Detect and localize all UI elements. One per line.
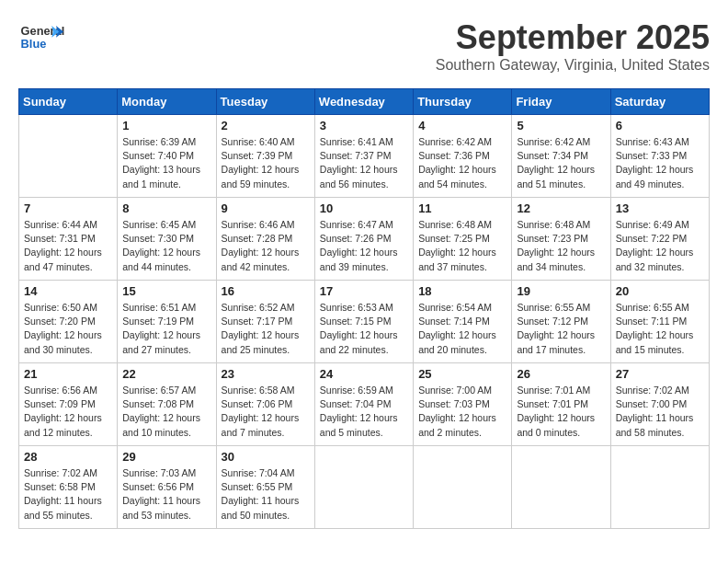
calendar-body: 1Sunrise: 6:39 AMSunset: 7:40 PMDaylight… (19, 115, 710, 529)
day-info: Sunrise: 6:55 AMSunset: 7:11 PMDaylight:… (616, 301, 704, 357)
day-number: 12 (517, 201, 605, 215)
day-info: Sunrise: 6:54 AMSunset: 7:14 PMDaylight:… (418, 301, 506, 357)
day-info: Sunrise: 6:56 AMSunset: 7:09 PMDaylight:… (24, 384, 112, 440)
weekday-header-wednesday: Wednesday (314, 89, 413, 115)
title-block: September 2025 Southern Gateway, Virgini… (436, 18, 710, 74)
day-info: Sunrise: 6:49 AMSunset: 7:22 PMDaylight:… (616, 218, 704, 274)
weekday-header-tuesday: Tuesday (216, 89, 314, 115)
day-number: 26 (517, 367, 605, 381)
calendar-cell: 9Sunrise: 6:46 AMSunset: 7:28 PMDaylight… (216, 198, 314, 281)
day-info: Sunrise: 6:42 AMSunset: 7:34 PMDaylight:… (517, 135, 605, 191)
day-number: 21 (24, 367, 112, 381)
calendar-cell: 7Sunrise: 6:44 AMSunset: 7:31 PMDaylight… (19, 198, 118, 281)
calendar-table: SundayMondayTuesdayWednesdayThursdayFrid… (18, 88, 710, 529)
day-number: 9 (222, 201, 310, 215)
calendar-cell: 23Sunrise: 6:58 AMSunset: 7:06 PMDayligh… (216, 363, 314, 446)
calendar-cell: 21Sunrise: 6:56 AMSunset: 7:09 PMDayligh… (19, 363, 118, 446)
calendar-header: SundayMondayTuesdayWednesdayThursdayFrid… (19, 89, 710, 115)
day-number: 28 (24, 450, 112, 464)
calendar-cell (512, 446, 610, 529)
calendar-cell (314, 446, 413, 529)
calendar-cell: 22Sunrise: 6:57 AMSunset: 7:08 PMDayligh… (118, 363, 216, 446)
logo-icon: General Blue (18, 18, 64, 55)
weekday-header-row: SundayMondayTuesdayWednesdayThursdayFrid… (19, 89, 710, 115)
day-number: 3 (320, 119, 408, 132)
day-number: 29 (122, 450, 210, 464)
day-number: 6 (616, 119, 704, 132)
calendar-cell: 3Sunrise: 6:41 AMSunset: 7:37 PMDaylight… (314, 115, 413, 198)
day-number: 14 (24, 284, 112, 298)
day-info: Sunrise: 6:52 AMSunset: 7:17 PMDaylight:… (222, 301, 310, 357)
day-number: 19 (517, 284, 605, 298)
calendar-cell: 26Sunrise: 7:01 AMSunset: 7:01 PMDayligh… (512, 363, 610, 446)
day-info: Sunrise: 6:57 AMSunset: 7:08 PMDaylight:… (122, 384, 210, 440)
day-info: Sunrise: 6:42 AMSunset: 7:36 PMDaylight:… (418, 135, 506, 191)
calendar-week-3: 14Sunrise: 6:50 AMSunset: 7:20 PMDayligh… (19, 281, 710, 363)
day-number: 13 (616, 201, 704, 215)
day-info: Sunrise: 6:41 AMSunset: 7:37 PMDaylight:… (320, 135, 408, 191)
day-info: Sunrise: 6:40 AMSunset: 7:39 PMDaylight:… (222, 135, 310, 191)
day-number: 11 (418, 201, 506, 215)
calendar-cell: 1Sunrise: 6:39 AMSunset: 7:40 PMDaylight… (118, 115, 216, 198)
day-info: Sunrise: 6:43 AMSunset: 7:33 PMDaylight:… (616, 135, 704, 191)
day-info: Sunrise: 6:39 AMSunset: 7:40 PMDaylight:… (122, 135, 210, 191)
calendar-cell: 28Sunrise: 7:02 AMSunset: 6:58 PMDayligh… (19, 446, 118, 529)
logo: General Blue (18, 18, 64, 55)
calendar-cell: 2Sunrise: 6:40 AMSunset: 7:39 PMDaylight… (216, 115, 314, 198)
calendar-cell: 15Sunrise: 6:51 AMSunset: 7:19 PMDayligh… (118, 281, 216, 363)
day-info: Sunrise: 6:47 AMSunset: 7:26 PMDaylight:… (320, 218, 408, 274)
calendar-week-1: 1Sunrise: 6:39 AMSunset: 7:40 PMDaylight… (19, 115, 710, 198)
calendar-week-4: 21Sunrise: 6:56 AMSunset: 7:09 PMDayligh… (19, 363, 710, 446)
day-number: 4 (418, 119, 506, 132)
day-number: 23 (222, 367, 310, 381)
day-info: Sunrise: 6:51 AMSunset: 7:19 PMDaylight:… (122, 301, 210, 357)
weekday-header-sunday: Sunday (19, 89, 118, 115)
day-info: Sunrise: 7:03 AMSunset: 6:56 PMDaylight:… (122, 466, 210, 523)
day-info: Sunrise: 7:01 AMSunset: 7:01 PMDaylight:… (517, 384, 605, 440)
day-number: 30 (222, 450, 310, 464)
weekday-header-saturday: Saturday (610, 89, 709, 115)
calendar-cell: 17Sunrise: 6:53 AMSunset: 7:15 PMDayligh… (314, 281, 413, 363)
calendar-cell: 14Sunrise: 6:50 AMSunset: 7:20 PMDayligh… (19, 281, 118, 363)
day-info: Sunrise: 7:04 AMSunset: 6:55 PMDaylight:… (222, 466, 310, 523)
weekday-header-thursday: Thursday (414, 89, 512, 115)
day-number: 5 (517, 119, 605, 132)
calendar-cell: 12Sunrise: 6:48 AMSunset: 7:23 PMDayligh… (512, 198, 610, 281)
day-info: Sunrise: 6:50 AMSunset: 7:20 PMDaylight:… (24, 301, 112, 357)
calendar-cell: 4Sunrise: 6:42 AMSunset: 7:36 PMDaylight… (414, 115, 512, 198)
day-info: Sunrise: 6:55 AMSunset: 7:12 PMDaylight:… (517, 301, 605, 357)
calendar-cell (414, 446, 512, 529)
calendar-week-5: 28Sunrise: 7:02 AMSunset: 6:58 PMDayligh… (19, 446, 710, 529)
day-info: Sunrise: 6:44 AMSunset: 7:31 PMDaylight:… (24, 218, 112, 274)
calendar-cell: 16Sunrise: 6:52 AMSunset: 7:17 PMDayligh… (216, 281, 314, 363)
calendar-week-2: 7Sunrise: 6:44 AMSunset: 7:31 PMDaylight… (19, 198, 710, 281)
calendar-cell: 8Sunrise: 6:45 AMSunset: 7:30 PMDaylight… (118, 198, 216, 281)
day-info: Sunrise: 7:02 AMSunset: 7:00 PMDaylight:… (616, 384, 704, 440)
day-number: 8 (122, 201, 210, 215)
day-number: 10 (320, 201, 408, 215)
weekday-header-friday: Friday (512, 89, 610, 115)
calendar-cell: 6Sunrise: 6:43 AMSunset: 7:33 PMDaylight… (610, 115, 709, 198)
calendar-cell: 20Sunrise: 6:55 AMSunset: 7:11 PMDayligh… (610, 281, 709, 363)
svg-text:Blue: Blue (21, 37, 47, 51)
day-info: Sunrise: 6:45 AMSunset: 7:30 PMDaylight:… (122, 218, 210, 274)
month-title: September 2025 (436, 18, 710, 57)
calendar-cell: 25Sunrise: 7:00 AMSunset: 7:03 PMDayligh… (414, 363, 512, 446)
day-number: 15 (122, 284, 210, 298)
calendar-cell (610, 446, 709, 529)
location-subtitle: Southern Gateway, Virginia, United State… (436, 57, 710, 74)
day-info: Sunrise: 7:00 AMSunset: 7:03 PMDaylight:… (418, 384, 506, 440)
calendar-cell: 11Sunrise: 6:48 AMSunset: 7:25 PMDayligh… (414, 198, 512, 281)
calendar-cell: 5Sunrise: 6:42 AMSunset: 7:34 PMDaylight… (512, 115, 610, 198)
calendar-cell: 18Sunrise: 6:54 AMSunset: 7:14 PMDayligh… (414, 281, 512, 363)
day-info: Sunrise: 6:58 AMSunset: 7:06 PMDaylight:… (222, 384, 310, 440)
day-number: 16 (222, 284, 310, 298)
day-number: 22 (122, 367, 210, 381)
calendar-cell: 24Sunrise: 6:59 AMSunset: 7:04 PMDayligh… (314, 363, 413, 446)
day-info: Sunrise: 6:59 AMSunset: 7:04 PMDaylight:… (320, 384, 408, 440)
day-info: Sunrise: 6:46 AMSunset: 7:28 PMDaylight:… (222, 218, 310, 274)
day-info: Sunrise: 6:48 AMSunset: 7:25 PMDaylight:… (418, 218, 506, 274)
day-number: 18 (418, 284, 506, 298)
page-header: General Blue September 2025 Southern Gat… (18, 18, 710, 74)
day-number: 27 (616, 367, 704, 381)
